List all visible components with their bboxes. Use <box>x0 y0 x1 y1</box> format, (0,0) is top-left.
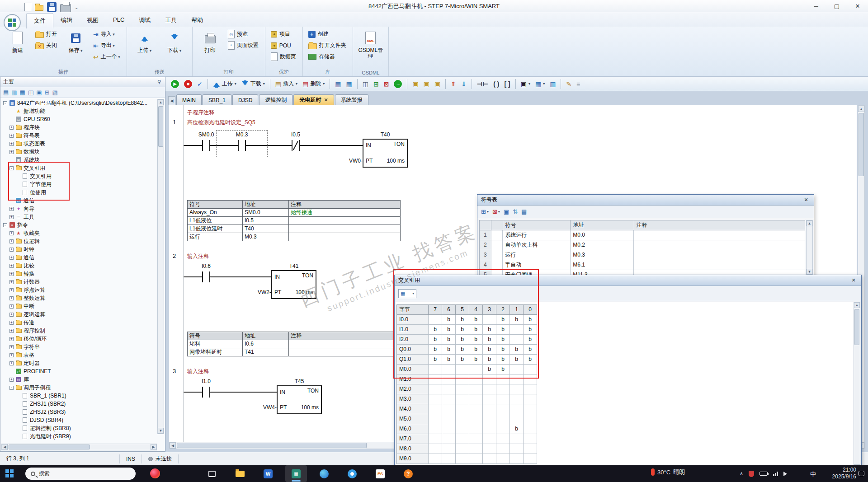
tree-item[interactable]: +状态图表 <box>1 140 157 148</box>
symbol-cell[interactable]: 系统运行 <box>503 230 571 240</box>
open-file-button[interactable] <box>35 3 43 12</box>
address-cell[interactable]: M0.0 <box>571 230 634 240</box>
gsdml-manage-button[interactable]: XMLGSDML管理 <box>357 28 385 61</box>
app-logo-icon[interactable] <box>4 14 21 31</box>
file-explorer-icon[interactable] <box>229 465 251 482</box>
bit-usage-cell[interactable]: b <box>496 335 510 345</box>
tree-expander[interactable]: + <box>9 361 14 365</box>
bit-usage-cell[interactable] <box>469 444 483 454</box>
tree-item[interactable]: +表格 <box>1 351 157 359</box>
bit-usage-cell[interactable] <box>429 424 442 434</box>
bit-usage-cell[interactable] <box>483 404 496 414</box>
export-button[interactable]: ⇤导出 <box>91 40 123 51</box>
tree-item[interactable]: -调用子例程 <box>1 384 157 392</box>
bit-usage-cell[interactable]: b <box>483 345 496 355</box>
bit-usage-cell[interactable] <box>483 384 496 394</box>
bit-usage-cell[interactable] <box>429 384 442 394</box>
bit-usage-cell[interactable] <box>456 374 469 384</box>
bit-usage-cell[interactable] <box>456 394 469 404</box>
bit-usage-cell[interactable]: b <box>429 355 442 365</box>
bit-usage-cell[interactable] <box>496 374 510 384</box>
stop-button[interactable]: ■ <box>182 79 194 89</box>
tree-expander[interactable]: + <box>9 126 14 130</box>
bit-usage-cell[interactable]: b <box>524 315 537 325</box>
bit-usage-cell[interactable] <box>469 394 483 404</box>
tree-expander[interactable]: + <box>9 280 14 284</box>
scrollbar-thumb[interactable] <box>158 106 163 147</box>
scrollbar-thumb[interactable] <box>177 443 367 448</box>
tree-horizontal-scrollbar[interactable]: ◀ ▶ <box>1 444 157 450</box>
delete-symbol-button[interactable]: ⊠ <box>492 208 500 215</box>
maximize-button[interactable]: ▢ <box>826 0 847 12</box>
close-button[interactable]: ✕关闭 <box>33 40 60 51</box>
scroll-up-arrow[interactable]: ▲ <box>158 99 164 105</box>
bit-usage-cell[interactable]: b <box>442 345 456 355</box>
comment-cell[interactable] <box>634 240 805 250</box>
upload-button[interactable]: 上传 <box>211 79 238 89</box>
bit-usage-cell[interactable]: b <box>496 365 510 374</box>
download-button[interactable]: 下载 <box>160 28 189 55</box>
bit-usage-cell[interactable] <box>496 384 510 394</box>
bit-usage-cell[interactable] <box>483 424 496 434</box>
tree-item[interactable]: +通信 <box>1 253 157 262</box>
menu-tab-file[interactable]: 文件 <box>26 13 53 28</box>
bit-usage-cell[interactable] <box>524 434 537 444</box>
tree-item[interactable]: +时钟 <box>1 245 157 253</box>
bit-usage-cell[interactable]: b <box>442 315 456 325</box>
tree-item[interactable]: SBR_1 (SBR1) <box>1 392 157 400</box>
menu-tab-plc[interactable]: PLC <box>106 13 132 28</box>
copy-symbol-button[interactable]: ▣ <box>504 208 509 215</box>
close-window-button[interactable]: ✕ <box>802 197 810 204</box>
compile-button[interactable]: ✓ <box>195 80 204 89</box>
insert-contact-button[interactable]: ⊣⊢ <box>475 80 491 89</box>
bit-usage-cell[interactable] <box>524 424 537 434</box>
read-forced-icon[interactable]: ⇑ <box>449 80 458 89</box>
bit-usage-cell[interactable]: b <box>524 335 537 345</box>
scroll-down-arrow[interactable]: ▼ <box>807 269 812 275</box>
bit-usage-cell[interactable] <box>524 365 537 374</box>
protect-pou-button[interactable]: POU <box>269 40 299 51</box>
bit-usage-cell[interactable] <box>456 414 469 424</box>
tree-item[interactable]: +数据块 <box>1 148 157 156</box>
bit-usage-cell[interactable]: b <box>524 325 537 335</box>
import-button[interactable]: ⇥导入 <box>91 28 123 40</box>
bit-usage-cell[interactable] <box>469 384 483 394</box>
bit-usage-cell[interactable] <box>429 454 442 464</box>
tree-item[interactable]: 字节使用 <box>1 180 157 188</box>
print-symbol-button[interactable]: ▤ <box>521 208 527 215</box>
symbol-cell[interactable]: 自动单次上料 <box>503 240 571 250</box>
bit-usage-cell[interactable] <box>496 394 510 404</box>
options-icon[interactable]: ≡ <box>575 80 582 89</box>
bit-usage-cell[interactable] <box>429 444 442 454</box>
tab-scroll-left-button[interactable]: ◀ <box>168 96 175 105</box>
tree-item[interactable]: -≡指令 <box>1 221 157 229</box>
bit-usage-cell[interactable]: b <box>469 325 483 335</box>
bit-usage-cell[interactable] <box>510 394 524 404</box>
tree-expander[interactable]: + <box>9 304 14 309</box>
bit-usage-cell[interactable] <box>483 394 496 404</box>
symbolic-view-button[interactable]: ▦ <box>533 80 547 89</box>
status-view-icon[interactable]: ◫ <box>28 89 33 96</box>
close-window-button[interactable]: ✕ <box>849 277 858 284</box>
save-button[interactable]: 保存 <box>61 28 90 55</box>
bit-usage-cell[interactable] <box>510 365 524 374</box>
bit-usage-cell[interactable] <box>496 424 510 434</box>
tree-expander[interactable]: + <box>9 231 14 235</box>
bit-usage-cell[interactable] <box>496 454 510 464</box>
lib-open-folder-button[interactable]: 打开文件夹 <box>307 40 349 51</box>
bit-usage-cell[interactable] <box>483 374 496 384</box>
bit-usage-cell[interactable]: b <box>442 355 456 365</box>
bit-usage-cell[interactable] <box>524 394 537 404</box>
bit-usage-cell[interactable] <box>483 444 496 454</box>
bit-usage-cell[interactable] <box>442 434 456 444</box>
bit-usage-cell[interactable] <box>442 404 456 414</box>
insert-network-button[interactable]: ⊞ <box>372 80 381 89</box>
tree-item[interactable]: +浮点运算 <box>1 286 157 294</box>
delete-network-button[interactable]: ⊠ <box>382 80 391 89</box>
bit-usage-cell[interactable] <box>524 454 537 464</box>
tree-item[interactable]: +定时器 <box>1 359 157 367</box>
bit-usage-cell[interactable] <box>442 454 456 464</box>
bit-usage-cell[interactable] <box>429 315 442 325</box>
tree-expander[interactable]: + <box>9 313 14 317</box>
tree-item[interactable]: +转换 <box>1 270 157 278</box>
